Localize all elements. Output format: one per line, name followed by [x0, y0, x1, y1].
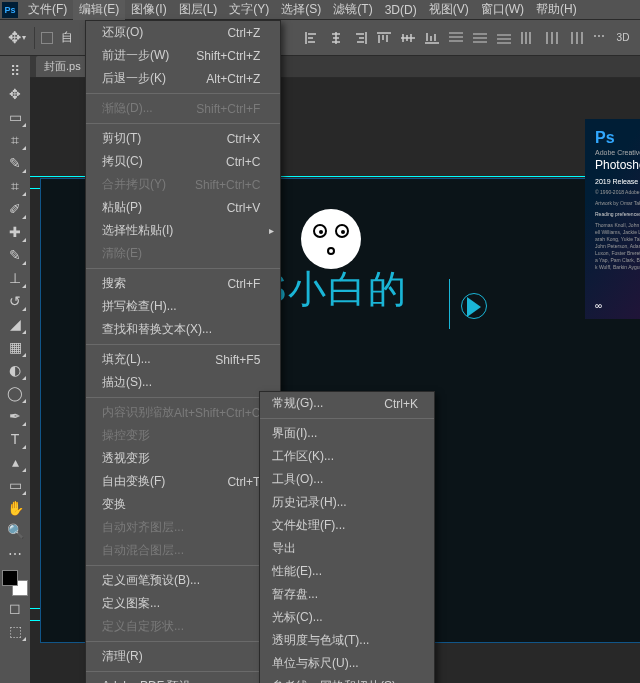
distribute-right-icon[interactable]	[565, 29, 587, 47]
menu-image[interactable]: 图像(I)	[125, 0, 172, 20]
menu-layer[interactable]: 图层(L)	[173, 0, 224, 20]
menu-item[interactable]: 查找和替换文本(X)...	[86, 318, 280, 341]
menu-item[interactable]: 拷贝(C)Ctrl+C	[86, 150, 280, 173]
gradient-tool[interactable]: ▦	[3, 336, 27, 358]
submenu-item[interactable]: 透明度与色域(T)...	[260, 629, 434, 652]
face-graphic	[301, 209, 361, 269]
splash-cc: Adobe Creative Cloud	[595, 149, 640, 156]
submenu-item[interactable]: 常规(G)...Ctrl+K	[260, 392, 434, 415]
distribute-bottom-icon[interactable]	[493, 29, 515, 47]
menu-edit[interactable]: 编辑(E)	[73, 0, 125, 20]
healing-tool[interactable]: ✚	[3, 221, 27, 243]
move-tool-preset-icon[interactable]	[6, 27, 28, 49]
submenu-item[interactable]: 性能(E)...	[260, 560, 434, 583]
align-group: ⋯ 3D	[301, 29, 634, 47]
3d-mode-icon[interactable]: 3D	[612, 29, 634, 47]
menu-item[interactable]: 清理(R)▸	[86, 645, 280, 668]
eraser-tool[interactable]: ◢	[3, 313, 27, 335]
menu-type[interactable]: 文字(Y)	[223, 0, 275, 20]
zoom-tool[interactable]: 🔍	[3, 520, 27, 542]
crop-tool[interactable]: ⌗	[3, 175, 27, 197]
document-tab[interactable]: 封面.ps	[36, 56, 89, 77]
menu-item[interactable]: 前进一步(W)Shift+Ctrl+Z	[86, 44, 280, 67]
submenu-item[interactable]: 光标(C)...	[260, 606, 434, 629]
menu-item: 渐隐(D)...Shift+Ctrl+F	[86, 97, 280, 120]
submenu-item[interactable]: 界面(I)...	[260, 422, 434, 445]
distribute-top-icon[interactable]	[445, 29, 467, 47]
type-tool[interactable]: T	[3, 428, 27, 450]
menu-select[interactable]: 选择(S)	[275, 0, 327, 20]
hand-tool[interactable]: ✋	[3, 497, 27, 519]
grip-icon[interactable]: ⠿	[3, 60, 27, 82]
submenu-item[interactable]: 历史记录(H)...	[260, 491, 434, 514]
eyedropper-tool[interactable]: ✐	[3, 198, 27, 220]
path-select-tool[interactable]: ▴	[3, 451, 27, 473]
menu-item[interactable]: 还原(O)Ctrl+Z	[86, 21, 280, 44]
menu-filter[interactable]: 滤镜(T)	[327, 0, 378, 20]
menu-item[interactable]: Adobe PDF 预设...	[86, 675, 280, 683]
align-bottom-icon[interactable]	[421, 29, 443, 47]
play-icon	[467, 297, 481, 317]
history-brush-tool[interactable]: ↺	[3, 290, 27, 312]
blur-tool[interactable]: ◐	[3, 359, 27, 381]
menu-window[interactable]: 窗口(W)	[475, 0, 530, 20]
menu-item[interactable]: 拼写检查(H)...	[86, 295, 280, 318]
pen-tool[interactable]: ✒	[3, 405, 27, 427]
menu-item[interactable]: 粘贴(P)Ctrl+V	[86, 196, 280, 219]
align-right-icon[interactable]	[349, 29, 371, 47]
quickmask-tool[interactable]: ◻	[3, 597, 27, 619]
distribute-left-icon[interactable]	[517, 29, 539, 47]
fg-color[interactable]	[2, 570, 18, 586]
headline-text: S小白的	[261, 264, 408, 315]
brush-tool[interactable]: ✎	[3, 244, 27, 266]
align-center-icon[interactable]	[325, 29, 347, 47]
menu-3d[interactable]: 3D(D)	[379, 1, 423, 19]
autoselect-checkbox[interactable]	[41, 32, 53, 44]
menu-item[interactable]: 自由变换(F)Ctrl+T	[86, 470, 280, 493]
align-left-icon[interactable]	[301, 29, 323, 47]
autoselect-label: 自	[61, 29, 73, 46]
submenu-item[interactable]: 暂存盘...	[260, 583, 434, 606]
menu-item[interactable]: 透视变形	[86, 447, 280, 470]
menu-file[interactable]: 文件(F)	[22, 0, 73, 20]
submenu-item[interactable]: 工具(O)...	[260, 468, 434, 491]
more-icon[interactable]: ⋯	[593, 29, 606, 47]
menu-item[interactable]: 选择性粘贴(I)▸	[86, 219, 280, 242]
splash-status: Reading preferences...	[595, 211, 640, 218]
menu-item[interactable]: 变换▸	[86, 493, 280, 516]
align-top-icon[interactable]	[373, 29, 395, 47]
menu-item[interactable]: 填充(L)...Shift+F5	[86, 348, 280, 371]
quick-select-tool[interactable]: ✎	[3, 152, 27, 174]
submenu-item[interactable]: 导出	[260, 537, 434, 560]
splash-logo: Ps	[595, 129, 640, 147]
move-tool[interactable]: ✥	[3, 83, 27, 105]
menu-item: 定义自定形状...	[86, 615, 280, 638]
distribute-vcenter-icon[interactable]	[469, 29, 491, 47]
align-vcenter-icon[interactable]	[397, 29, 419, 47]
lasso-tool[interactable]: ⌗	[3, 129, 27, 151]
menu-item[interactable]: 定义画笔预设(B)...	[86, 569, 280, 592]
menu-item[interactable]: 剪切(T)Ctrl+X	[86, 127, 280, 150]
submenu-item[interactable]: 文件处理(F)...	[260, 514, 434, 537]
submenu-item[interactable]: 参考线、网格和切片(S)...	[260, 675, 434, 683]
screenmode-tool[interactable]: ⬚	[3, 620, 27, 642]
splash-credits: Thomas Knoll, John Kennedy, Seetharaman …	[595, 222, 640, 271]
submenu-item[interactable]: 工作区(K)...	[260, 445, 434, 468]
toolbox: ⠿ ✥ ▭ ⌗ ✎ ⌗ ✐ ✚ ✎ ⊥ ↺ ◢ ▦ ◐ ◯ ✒ T ▴ ▭ ✋ …	[0, 56, 30, 683]
menu-item[interactable]: 后退一步(K)Alt+Ctrl+Z	[86, 67, 280, 90]
marquee-tool[interactable]: ▭	[3, 106, 27, 128]
dodge-tool[interactable]: ◯	[3, 382, 27, 404]
edit-toolbar-icon[interactable]: ⋯	[3, 543, 27, 565]
distribute-hcenter-icon[interactable]	[541, 29, 563, 47]
menu-item[interactable]: 描边(S)...	[86, 371, 280, 394]
menu-item[interactable]: 搜索Ctrl+F	[86, 272, 280, 295]
color-swatch[interactable]	[2, 570, 28, 596]
splash-artwork: Artwork by Omar Takal. See the About scr…	[595, 200, 640, 207]
submenu-item[interactable]: 单位与标尺(U)...	[260, 652, 434, 675]
rectangle-tool[interactable]: ▭	[3, 474, 27, 496]
menu-view[interactable]: 视图(V)	[423, 0, 475, 20]
menu-help[interactable]: 帮助(H)	[530, 0, 583, 20]
menu-item[interactable]: 定义图案...	[86, 592, 280, 615]
stamp-tool[interactable]: ⊥	[3, 267, 27, 289]
menu-item: 操控变形	[86, 424, 280, 447]
